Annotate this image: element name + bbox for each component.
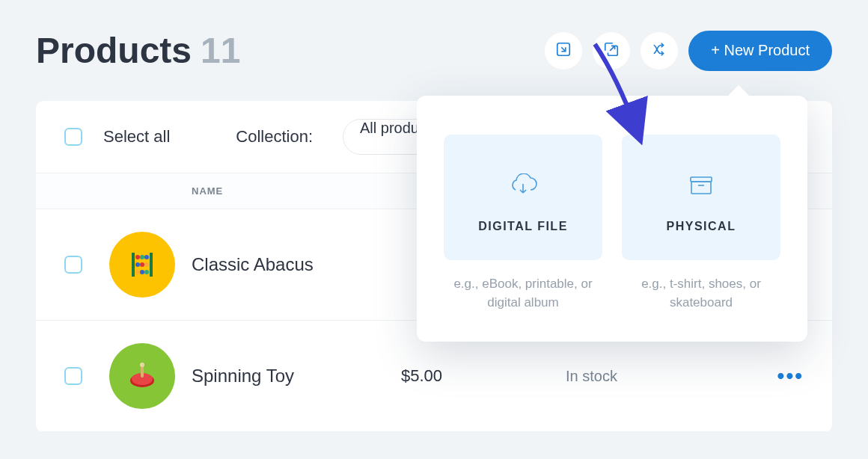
svg-point-15 [140,363,144,367]
svg-rect-1 [132,253,135,277]
box-icon [690,172,712,199]
svg-point-10 [140,270,144,274]
product-name: Spinning Toy [192,366,401,386]
svg-point-8 [144,262,149,267]
svg-point-11 [144,270,149,274]
physical-option-card[interactable]: PHYSICAL [622,135,780,260]
digital-option: DIGITAL FILE e.g., eBook, printable, or … [444,135,602,312]
svg-point-5 [144,255,149,259]
row-checkbox[interactable] [64,256,82,274]
svg-rect-17 [691,177,712,182]
import-button[interactable] [545,32,582,70]
physical-desc: e.g., t-shirt, shoes, or skateboard [622,275,780,312]
export-button[interactable] [593,32,630,70]
physical-option: PHYSICAL e.g., t-shirt, shoes, or skateb… [622,135,780,312]
select-all-checkbox[interactable] [64,128,82,146]
new-product-label: + New Product [711,42,810,59]
title-group: Products 11 [36,30,240,71]
cloud-download-icon [508,172,538,199]
export-icon [603,41,620,60]
collection-label: Collection: [236,127,313,147]
select-all-label: Select all [103,127,170,147]
shuffle-button[interactable] [641,32,678,70]
product-name: Classic Abacus [192,254,401,275]
new-product-button[interactable]: + New Product [688,31,832,71]
product-stock: In stock [566,368,768,385]
product-price: $5.00 [401,366,566,386]
svg-point-4 [140,255,144,259]
digital-desc: e.g., eBook, printable, or digital album [444,275,602,312]
digital-title: DIGITAL FILE [478,220,568,233]
svg-point-3 [135,255,140,259]
svg-rect-2 [150,253,153,277]
product-thumb [109,232,175,298]
products-count: 11 [201,30,240,71]
svg-point-6 [135,262,140,267]
col-name-header: NAME [192,185,401,197]
digital-option-card[interactable]: DIGITAL FILE [444,135,602,260]
row-more-button[interactable]: ••• [768,364,804,388]
page-header: Products 11 + New Product [36,30,832,71]
header-actions: + New Product [545,31,832,71]
new-product-popover: DIGITAL FILE e.g., eBook, printable, or … [417,96,807,342]
svg-rect-16 [691,182,711,194]
import-icon [555,41,572,60]
svg-point-7 [140,262,144,267]
svg-point-9 [135,270,140,274]
physical-title: PHYSICAL [667,220,736,233]
page-title: Products [36,30,192,71]
product-thumb [109,343,175,409]
row-checkbox[interactable] [64,367,82,385]
shuffle-icon [651,41,667,60]
